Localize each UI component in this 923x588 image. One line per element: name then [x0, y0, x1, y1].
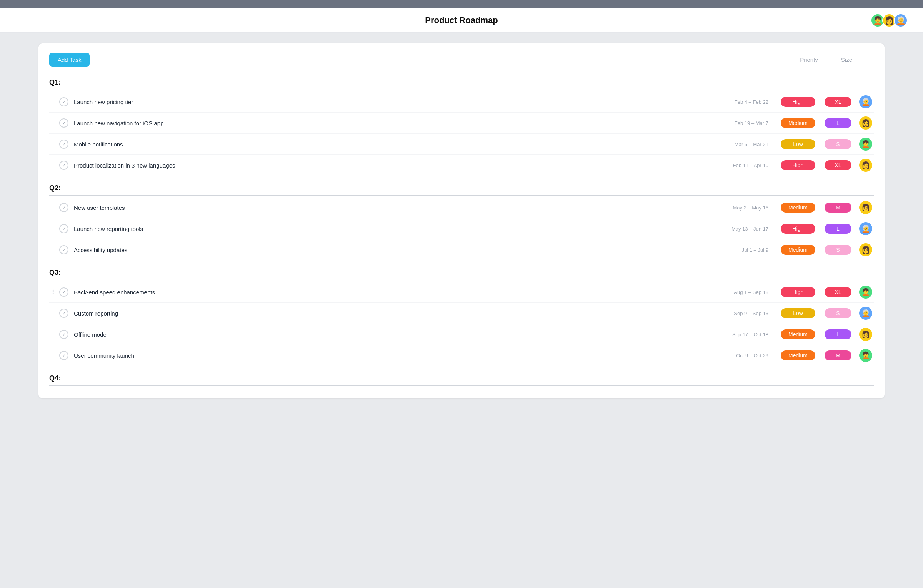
priority-col-header: Priority	[800, 56, 818, 63]
task-name: Launch new reporting tools	[74, 226, 711, 232]
priority-badge[interactable]: Medium	[781, 329, 815, 339]
header-avatars: 🧑‍🦱👩🧑‍🦳	[871, 13, 908, 27]
task-checkbox[interactable]: ✓	[59, 287, 68, 297]
task-name: Custom reporting	[74, 310, 711, 317]
task-name: Product localization in 3 new languages	[74, 162, 711, 169]
section-title: Q4:	[49, 369, 874, 386]
section-title: Q1:	[49, 73, 874, 90]
sections-container: Q1: ✓Launch new pricing tierFeb 4 – Feb …	[49, 73, 874, 386]
size-col-header: Size	[841, 56, 852, 63]
task-checkbox[interactable]: ✓	[59, 351, 68, 360]
task-avatar: 👩	[859, 201, 872, 214]
priority-badge[interactable]: Medium	[781, 203, 815, 213]
size-badge[interactable]: S	[825, 139, 851, 149]
size-badge[interactable]: S	[825, 308, 851, 318]
task-name: New user templates	[74, 204, 711, 211]
task-avatar: 🧑‍🦱	[859, 349, 872, 362]
task-date: Aug 1 – Sep 18	[711, 289, 768, 295]
size-badge[interactable]: M	[825, 350, 851, 360]
size-badge[interactable]: XL	[825, 160, 851, 170]
task-row: ✓Launch new navigation for iOS appFeb 19…	[49, 113, 874, 134]
task-avatar: 🧑‍🦳	[859, 222, 872, 235]
priority-badge[interactable]: High	[781, 97, 815, 107]
task-row: ✓Launch new pricing tierFeb 4 – Feb 22Hi…	[49, 91, 874, 113]
task-row: ✓Custom reportingSep 9 – Sep 13LowS🧑‍🦳	[49, 303, 874, 324]
task-row: ✓Offline modeSep 17 – Oct 18MediumL👩	[49, 324, 874, 345]
task-row: ✓Launch new reporting toolsMay 13 – Jun …	[49, 218, 874, 239]
size-badge[interactable]: XL	[825, 97, 851, 107]
top-bar	[0, 0, 923, 8]
priority-badge[interactable]: High	[781, 224, 815, 234]
section-title: Q3:	[49, 263, 874, 280]
task-row: ⠿✓Back-end speed enhancementsAug 1 – Sep…	[49, 282, 874, 303]
size-badge[interactable]: S	[825, 245, 851, 255]
header: Product Roadmap 🧑‍🦱👩🧑‍🦳	[0, 8, 923, 33]
section-q3: Q3:⠿✓Back-end speed enhancementsAug 1 – …	[49, 263, 874, 366]
section-q1: Q1: ✓Launch new pricing tierFeb 4 – Feb …	[49, 73, 874, 176]
size-badge[interactable]: XL	[825, 287, 851, 297]
task-name: User community launch	[74, 352, 711, 359]
task-avatar: 👩	[859, 328, 872, 341]
size-badge[interactable]: L	[825, 224, 851, 234]
task-date: Jul 1 – Jul 9	[711, 247, 768, 253]
task-avatar: 👩	[859, 116, 872, 130]
task-row: ✓Accessibility updatesJul 1 – Jul 9Mediu…	[49, 239, 874, 260]
task-name: Back-end speed enhancements	[74, 289, 711, 296]
main-content: Add Task Priority Size Q1: ✓Launch new p…	[0, 33, 923, 409]
task-checkbox[interactable]: ✓	[59, 245, 68, 254]
add-task-button[interactable]: Add Task	[49, 53, 90, 67]
task-date: Oct 9 – Oct 29	[711, 353, 768, 359]
priority-badge[interactable]: High	[781, 287, 815, 297]
header-avatar-3: 🧑‍🦳	[894, 13, 908, 27]
card-header: Add Task Priority Size	[49, 53, 874, 67]
task-checkbox[interactable]: ✓	[59, 309, 68, 318]
task-row: ✓New user templatesMay 2 – May 16MediumM…	[49, 197, 874, 218]
task-date: Feb 19 – Mar 7	[711, 120, 768, 126]
task-date: Sep 17 – Oct 18	[711, 332, 768, 337]
task-checkbox[interactable]: ✓	[59, 140, 68, 149]
section-title: Q2:	[49, 179, 874, 196]
size-badge[interactable]: M	[825, 203, 851, 213]
task-row: ✓User community launchOct 9 – Oct 29Medi…	[49, 345, 874, 366]
task-name: Offline mode	[74, 331, 711, 338]
priority-badge[interactable]: Low	[781, 139, 815, 149]
task-row: ✓Product localization in 3 new languages…	[49, 155, 874, 176]
priority-badge[interactable]: Low	[781, 308, 815, 318]
section-q2: Q2: ✓New user templatesMay 2 – May 16Med…	[49, 179, 874, 260]
task-date: Mar 5 – Mar 21	[711, 141, 768, 147]
section-q4: Q4:	[49, 369, 874, 386]
task-checkbox[interactable]: ✓	[59, 224, 68, 233]
task-avatar: 🧑‍🦱	[859, 286, 872, 299]
task-checkbox[interactable]: ✓	[59, 161, 68, 170]
task-avatar: 👩	[859, 243, 872, 256]
priority-badge[interactable]: High	[781, 160, 815, 170]
task-date: May 13 – Jun 17	[711, 226, 768, 232]
task-avatar: 🧑‍🦳	[859, 95, 872, 108]
priority-badge[interactable]: Medium	[781, 118, 815, 128]
task-name: Launch new pricing tier	[74, 99, 711, 105]
task-name: Launch new navigation for iOS app	[74, 120, 711, 126]
size-badge[interactable]: L	[825, 118, 851, 128]
task-row: ✓Mobile notificationsMar 5 – Mar 21LowS🧑…	[49, 134, 874, 155]
roadmap-card: Add Task Priority Size Q1: ✓Launch new p…	[38, 43, 885, 398]
page-title: Product Roadmap	[425, 15, 498, 25]
task-date: Sep 9 – Sep 13	[711, 311, 768, 316]
priority-badge[interactable]: Medium	[781, 350, 815, 360]
task-date: Feb 4 – Feb 22	[711, 99, 768, 105]
priority-badge[interactable]: Medium	[781, 245, 815, 255]
task-checkbox[interactable]: ✓	[59, 203, 68, 212]
task-checkbox[interactable]: ✓	[59, 118, 68, 128]
task-avatar: 🧑‍🦳	[859, 307, 872, 320]
task-name: Accessibility updates	[74, 247, 711, 253]
size-badge[interactable]: L	[825, 329, 851, 339]
task-date: Feb 11 – Apr 10	[711, 163, 768, 168]
task-date: May 2 – May 16	[711, 205, 768, 211]
task-checkbox[interactable]: ✓	[59, 97, 68, 106]
task-avatar: 👩	[859, 159, 872, 172]
task-name: Mobile notifications	[74, 141, 711, 148]
task-avatar: 🧑‍🦱	[859, 138, 872, 151]
drag-handle-icon[interactable]: ⠿	[51, 289, 58, 295]
column-headers: Priority Size	[800, 56, 874, 63]
task-checkbox[interactable]: ✓	[59, 330, 68, 339]
